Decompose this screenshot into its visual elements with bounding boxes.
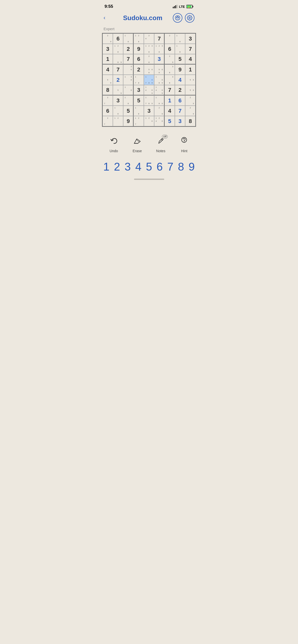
sudoku-cell[interactable]: 3 [134,85,144,95]
sudoku-cell[interactable]: 7 [113,64,123,75]
number-pad-button-4[interactable]: 4 [134,160,143,173]
sudoku-cell[interactable]: 189 [154,95,164,106]
sudoku-cell[interactable]: 1238 [144,44,154,54]
sudoku-cell[interactable]: 5 [134,95,144,106]
sudoku-cell[interactable]: 18 [134,106,144,116]
sudoku-cell[interactable]: 2 [175,85,185,95]
number-pad-button-3[interactable]: 3 [123,160,133,173]
back-button[interactable]: ‹ [104,15,113,21]
sudoku-cell[interactable]: 568 [144,64,154,75]
sudoku-cell[interactable]: 2 [113,75,123,85]
sudoku-cell[interactable]: 1789 [144,95,154,106]
sudoku-cell[interactable]: 1469 [154,85,164,95]
sudoku-cell[interactable]: 56 [185,75,195,85]
note-number [151,47,154,50]
sudoku-cell[interactable]: 3 [175,116,185,126]
sudoku-cell[interactable]: 1238 [154,44,164,54]
sudoku-cell[interactable]: 27 [103,116,113,126]
sudoku-cell[interactable]: 2 [134,64,144,75]
number-pad-button-8[interactable]: 8 [176,160,186,173]
sudoku-cell[interactable]: 9 [134,44,144,54]
sudoku-cell[interactable]: 1 [185,64,195,75]
sudoku-cell[interactable]: 4 [175,75,185,85]
sudoku-cell[interactable]: 36 [123,64,134,75]
note-number [155,47,158,50]
sudoku-cell[interactable]: 29 [185,106,195,116]
settings-button[interactable] [185,13,194,23]
sudoku-cell[interactable]: 2 [123,44,134,54]
sudoku-cell[interactable]: 4 [164,106,175,116]
sudoku-cell[interactable]: 6 [113,33,123,44]
sudoku-cell[interactable]: 29 [154,106,164,116]
sudoku-cell[interactable]: 24 [144,33,154,44]
sudoku-cell[interactable]: 6 [134,54,144,64]
sudoku-cell[interactable]: 3 [103,44,113,54]
sudoku-cell[interactable]: 5 [164,116,175,126]
sudoku-cell[interactable]: 5 [123,106,134,116]
sudoku-cell[interactable]: 9 [175,64,185,75]
sudoku-cell[interactable]: 136 [123,75,134,85]
sudoku-cell[interactable]: 38 [164,64,175,75]
sudoku-cell[interactable]: 1469 [144,85,154,95]
sudoku-cell[interactable]: 7 [185,44,195,54]
sudoku-cell[interactable]: 126 [144,116,154,126]
sudoku-cell[interactable]: 4 [103,64,113,75]
sudoku-cell[interactable]: 6 [164,44,175,54]
sudoku-cell[interactable]: 128 [113,44,123,54]
sudoku-cell[interactable]: 89 [113,54,123,64]
sudoku-cell[interactable]: 27 [103,95,113,106]
sudoku-cell[interactable]: 1 [103,54,113,64]
sudoku-cell[interactable]: 568 [154,64,164,75]
sudoku-cell[interactable]: 12 [113,116,123,126]
sudoku-cell[interactable]: 18 [123,95,134,106]
sudoku-cell[interactable]: 29 [164,54,175,64]
sudoku-cell[interactable]: 4 [185,54,195,64]
sudoku-cell[interactable]: 8 [185,116,195,126]
sudoku-cell[interactable]: 29 [185,95,195,106]
sudoku-cell[interactable]: 18 [175,44,185,54]
sudoku-cell[interactable]: 16789 [144,75,154,85]
note-number [130,37,133,40]
number-pad-button-2[interactable]: 2 [112,160,122,173]
sudoku-cell[interactable]: 5 [175,54,185,64]
sudoku-cell[interactable]: 1689 [154,75,164,85]
sudoku-cell[interactable]: 9 [123,116,134,126]
sudoku-cell[interactable]: 28 [144,54,154,64]
sudoku-cell[interactable]: 8 [103,85,113,95]
sudoku-cell[interactable]: 56 [185,85,195,95]
sudoku-cell[interactable]: 7 [123,54,134,64]
sudoku-cell[interactable]: 16 [123,85,134,95]
notes-button[interactable]: Off Notes [154,134,167,153]
sudoku-cell[interactable]: 29 [103,33,113,44]
sudoku-cell[interactable]: 1246 [154,116,164,126]
number-pad-button-7[interactable]: 7 [165,160,175,173]
number-pad-button-5[interactable]: 5 [144,160,154,173]
number-pad-button-6[interactable]: 6 [155,160,164,173]
sudoku-cell[interactable]: 38 [164,75,175,85]
sudoku-cell[interactable]: 3 [154,54,164,64]
sudoku-cell[interactable]: 59 [103,75,113,85]
sudoku-cell[interactable]: 7 [175,106,185,116]
sudoku-cell[interactable]: 18 [123,33,134,44]
sudoku-cell[interactable]: 3 [144,106,154,116]
number-pad-button-9[interactable]: 9 [187,160,196,173]
sudoku-cell[interactable]: 6 [103,106,113,116]
theme-button[interactable] [173,13,182,23]
hint-button[interactable]: Hint [178,134,191,153]
sudoku-cell[interactable]: 3 [185,33,195,44]
sudoku-cell[interactable]: 6 [175,95,185,106]
sudoku-cell[interactable]: 59 [113,85,123,95]
sudoku-cell[interactable]: 1 [164,95,175,106]
sudoku-cell[interactable]: 3 [113,95,123,106]
undo-button[interactable]: Undo [107,134,120,153]
sudoku-cell[interactable]: 7 [154,33,164,44]
sudoku-cell[interactable]: 128 [134,33,144,44]
sudoku-cell[interactable]: 18 [175,33,185,44]
sudoku-cell[interactable]: 18 [113,106,123,116]
sudoku-cell[interactable]: 127 [134,116,144,126]
sudoku-cell[interactable]: 7 [164,85,175,95]
sudoku-cell[interactable]: 2 [164,33,175,44]
erase-button[interactable]: Erase [131,134,144,153]
number-pad-button-1[interactable]: 1 [102,160,111,173]
sudoku-cell[interactable]: 178 [134,75,144,85]
